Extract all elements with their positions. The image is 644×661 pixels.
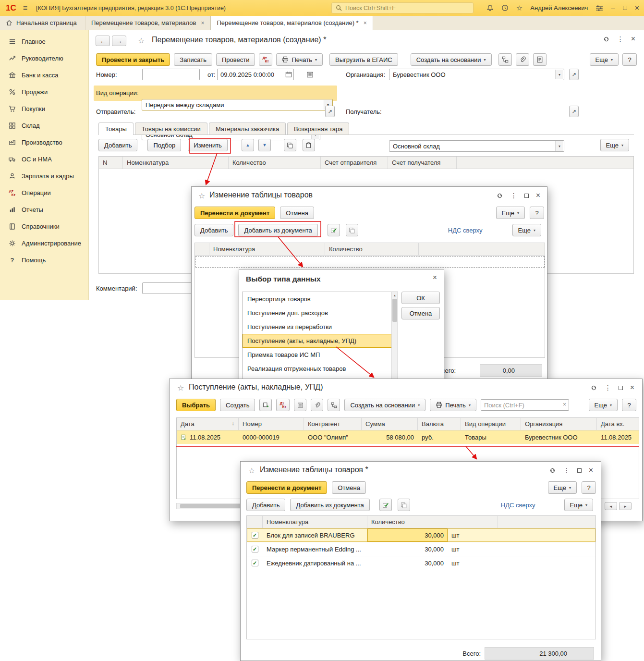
dialog-help-button[interactable]: ? (582, 481, 596, 494)
add-from-document-button[interactable]: Добавить из документа (238, 224, 317, 236)
list-settings-button[interactable] (294, 399, 306, 411)
ok-button[interactable]: ОК (401, 292, 440, 304)
col-number[interactable]: Номер (239, 418, 304, 430)
more-menu-kebab-icon[interactable]: ⋮ (510, 192, 517, 199)
scrollbar-thumb[interactable] (392, 299, 397, 322)
more-button[interactable]: Еще▾ (589, 399, 618, 411)
vat-mode-link[interactable]: НДС сверху (501, 502, 535, 509)
col-organization[interactable]: Организация (521, 418, 597, 430)
cell-quantity[interactable]: 30,000 (367, 556, 448, 570)
move-up-button[interactable]: ▲ (242, 139, 254, 151)
scroll-left-button[interactable]: ◂ (605, 502, 617, 510)
date-field[interactable] (217, 69, 294, 80)
clear-search-icon[interactable]: × (563, 401, 566, 408)
cancel-button[interactable]: Отмена (401, 307, 440, 319)
maximize-icon[interactable] (577, 468, 582, 473)
uncheck-all-button[interactable] (346, 224, 358, 236)
get-link-icon[interactable] (590, 384, 597, 392)
dt-kt-postings-button[interactable]: ДтКт (276, 399, 290, 411)
get-link-icon[interactable] (549, 467, 556, 474)
row-checkbox-checked[interactable]: ✓ (252, 560, 258, 566)
scroll-up-icon[interactable]: ▴ (392, 292, 398, 298)
cancel-button[interactable]: Отмена (332, 481, 366, 494)
organization-open-button[interactable]: ↗ (569, 69, 579, 80)
col-date-in[interactable]: Дата вх. (597, 418, 639, 430)
receiver-open-button[interactable]: ↗ (569, 106, 579, 117)
list-scrollbar[interactable]: ▴ (391, 292, 398, 380)
print-button[interactable]: Печать▾ (430, 399, 476, 411)
close-dialog-icon[interactable]: × (433, 273, 437, 282)
sidebar-item-directories[interactable]: Справочники (0, 218, 88, 235)
close-window-icon[interactable]: × (630, 384, 634, 392)
operation-kind-select[interactable]: Передача между складами ▾ (142, 99, 333, 110)
goods-row[interactable]: ✓ Ежедневник датированный на ... 30,000 … (247, 556, 595, 570)
sidebar-item-help[interactable]: ? Помощь (0, 252, 88, 269)
pick-button[interactable]: Подбор (147, 139, 181, 151)
tab-returnable-packaging[interactable]: Возвратная тара (287, 122, 349, 135)
list-item[interactable]: Поступление из переработки (243, 320, 398, 334)
more-menu-kebab-icon[interactable]: ⋮ (563, 467, 570, 474)
date-input[interactable] (217, 69, 294, 80)
copy-button[interactable] (284, 139, 296, 151)
create-button[interactable]: Создать (220, 399, 255, 411)
chevron-down-icon[interactable]: ▾ (555, 70, 563, 79)
favorite-star-icon[interactable]: ☆ (198, 191, 205, 200)
row-checkbox-checked[interactable]: ✓ (252, 546, 258, 552)
more-button[interactable]: Еще▾ (590, 53, 619, 66)
add-row-button[interactable]: Добавить (98, 139, 137, 151)
sidebar-item-payroll[interactable]: Зарплата и кадры (0, 168, 88, 184)
maximize-icon[interactable] (619, 386, 623, 390)
list-item[interactable]: Реализация отгруженных товаров (243, 362, 398, 376)
empty-row-focus[interactable] (195, 256, 545, 268)
list-search-field[interactable]: × (481, 399, 569, 411)
minimize-button[interactable]: – (611, 4, 615, 12)
col-contractor[interactable]: Контрагент (304, 418, 362, 430)
structure-button[interactable] (328, 399, 340, 411)
create-based-on-button[interactable]: Создать на основании▾ (411, 53, 492, 66)
favorite-star-icon[interactable]: ☆ (177, 383, 184, 392)
sidebar-item-bank-cash[interactable]: Банк и касса (0, 67, 88, 84)
maximize-button[interactable] (623, 6, 627, 10)
history-clock-icon[interactable] (501, 4, 509, 12)
table-more-button[interactable]: Еще▾ (564, 499, 593, 511)
col-date[interactable]: Дата↓ (177, 418, 239, 430)
help-button[interactable]: ? (622, 53, 637, 66)
transfer-to-document-button[interactable]: Перенести в документ (246, 481, 327, 494)
sidebar-item-operations[interactable]: ДтКт Операции (0, 184, 88, 201)
back-button[interactable]: ← (96, 36, 110, 46)
create-based-on-button[interactable]: Создать на основании▾ (344, 399, 425, 411)
more-menu-kebab-icon[interactable]: ⋮ (617, 36, 624, 42)
dt-kt-postings-button[interactable]: ДтКт (259, 53, 272, 66)
data-type-list[interactable]: Пересортица товаров Поступление доп. рас… (242, 292, 398, 380)
egais-upload-button[interactable]: Выгрузить в ЕГАИС (329, 53, 398, 66)
edit-table-button[interactable]: Изменить (188, 139, 228, 151)
dialog-more-button[interactable]: Еще▾ (548, 481, 577, 494)
close-dialog-icon[interactable]: × (589, 466, 593, 474)
global-search[interactable]: Поиск Ctrl+Shift+F (331, 2, 474, 13)
user-name[interactable]: Андрей Алексеевич (530, 4, 588, 12)
forward-button[interactable]: → (112, 36, 126, 46)
more-menu-kebab-icon[interactable]: ⋮ (605, 384, 611, 391)
post-button[interactable]: Провести (216, 53, 255, 66)
cell-quantity[interactable]: 30,000 (367, 542, 448, 556)
reports-button[interactable] (533, 53, 547, 66)
close-document-icon[interactable]: × (631, 35, 635, 43)
save-button[interactable]: Записать (174, 53, 212, 66)
list-item[interactable]: Пересортица товаров (243, 292, 398, 306)
dialog-more-button[interactable]: Еще▾ (496, 207, 525, 219)
number-input[interactable] (142, 69, 200, 80)
table-more-button[interactable]: Еще▾ (512, 224, 541, 236)
dialog-help-button[interactable]: ? (530, 207, 544, 219)
notifications-bell-icon[interactable] (486, 4, 494, 12)
scroll-right-button[interactable]: ▸ (619, 502, 632, 510)
tab-commission-goods[interactable]: Товары на комиссии (135, 122, 207, 135)
search-input[interactable] (481, 399, 569, 411)
list-item[interactable]: Поступление доп. расходов (243, 306, 398, 320)
favorite-star-icon[interactable]: ☆ (138, 36, 145, 45)
sender-open-button[interactable]: ↗ (325, 106, 335, 117)
tab-customer-materials[interactable]: Материалы заказчика (209, 122, 286, 135)
dialog-goods-table[interactable]: Номенклатура Количество ✓ Блок для запис… (246, 515, 596, 639)
document-structure-button[interactable] (498, 53, 512, 66)
attachments-button[interactable] (311, 399, 323, 411)
sidebar-item-fixed-assets[interactable]: ОС и НМА (0, 151, 88, 168)
